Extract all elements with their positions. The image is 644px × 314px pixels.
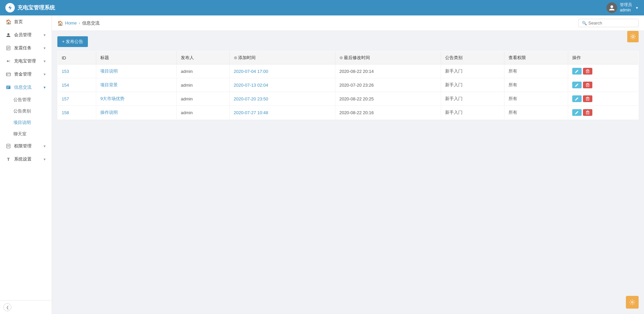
cell-modify-time: 2020-08-22 20:25 [335, 92, 441, 106]
edit-button[interactable] [572, 95, 582, 102]
svg-rect-23 [586, 70, 589, 73]
charger-icon [5, 58, 11, 64]
sidebar-item-task[interactable]: 发震任务 ▼ [0, 42, 52, 55]
edit-button[interactable] [572, 109, 582, 116]
sub-header: 🏠 Home › 信息交流 🔍 [52, 15, 644, 31]
sidebar-item-permission[interactable]: 权限管理 ▼ [0, 140, 52, 153]
info-icon [5, 84, 11, 90]
cell-modify-time: 2020-07-20 23:26 [335, 78, 441, 92]
sidebar-sub-label-chat: 聊天室 [13, 131, 26, 136]
delete-button[interactable] [583, 95, 592, 102]
data-table: ID 标题 发布人 ⊙ 添加时间 ⊙ 最后修改时间 [57, 51, 639, 120]
breadcrumb-home-link[interactable]: Home [65, 20, 77, 26]
svg-point-1 [610, 5, 613, 8]
delete-button[interactable] [583, 82, 592, 88]
sidebar-sub-notice-mgmt[interactable]: 公告管理 [0, 94, 52, 105]
table-row: 153 项目说明 admin 2020-07-04 17:00 2020-08-… [58, 64, 639, 78]
cell-publisher: admin [176, 92, 229, 106]
table-row: 157 9大市场优势 admin 2020-07-20 23:50 2020-0… [58, 92, 639, 106]
sidebar-item-charger[interactable]: 充电宝管理 ▼ [0, 55, 52, 68]
sidebar: 🏠 首页 会员管理 ▼ 发震任务 ▼ 充电宝管理 ▼ [0, 15, 52, 314]
search-input[interactable] [588, 20, 635, 26]
sidebar-label-finance: 资金管理 [14, 71, 32, 77]
sidebar-label-member: 会员管理 [14, 32, 32, 38]
settings-fab[interactable] [626, 296, 639, 309]
col-header-action: 操作 [568, 51, 639, 64]
svg-rect-43 [586, 98, 589, 100]
search-icon: 🔍 [582, 21, 587, 26]
cell-add-time: 2020-07-13 02:04 [229, 78, 335, 92]
home-icon: 🏠 [5, 19, 11, 25]
app-title: 充电宝管理系统 [17, 4, 55, 11]
svg-rect-53 [586, 111, 589, 114]
sidebar-label-home: 首页 [14, 19, 23, 25]
cell-id: 153 [58, 64, 96, 78]
user-dropdown-arrow[interactable]: ▼ [635, 6, 639, 10]
cell-id: 158 [58, 106, 96, 120]
info-arrow: ▼ [43, 86, 46, 89]
charger-arrow: ▼ [43, 59, 46, 63]
table-row: 154 项目背景 admin 2020-07-13 02:04 2020-07-… [58, 78, 639, 92]
finance-icon [5, 71, 11, 77]
sidebar-sub-label-project-desc: 项目说明 [13, 120, 31, 125]
svg-rect-15 [7, 88, 8, 88]
cell-publisher: admin [176, 106, 229, 120]
svg-rect-13 [7, 86, 10, 87]
col-header-id: ID [58, 51, 96, 64]
svg-point-19 [632, 36, 634, 38]
sidebar-sub-notice-type[interactable]: 公告类别 [0, 105, 52, 117]
table-row: 158 操作说明 admin 2020-07-27 10:48 2020-08-… [58, 106, 639, 120]
syssettings-icon: T [5, 156, 11, 162]
cell-title[interactable]: 操作说明 [96, 106, 177, 120]
delete-button[interactable] [583, 109, 592, 116]
svg-point-60 [632, 302, 633, 303]
cell-action [568, 106, 639, 120]
cell-add-time: 2020-07-20 23:50 [229, 92, 335, 106]
cell-id: 157 [58, 92, 96, 106]
delete-button[interactable] [583, 68, 592, 75]
sidebar-sub-label-notice-type: 公告类别 [13, 108, 31, 114]
member-icon [5, 32, 11, 38]
cell-title[interactable]: 项目说明 [96, 64, 177, 78]
cell-permission: 所有 [504, 64, 568, 78]
sidebar-collapse-button[interactable]: ❮ [3, 303, 11, 311]
cell-permission: 所有 [504, 106, 568, 120]
syssettings-arrow: ▼ [43, 158, 46, 161]
cell-add-time: 2020-07-27 10:48 [229, 106, 335, 120]
svg-marker-0 [8, 5, 12, 10]
sidebar-item-member[interactable]: 会员管理 ▼ [0, 29, 52, 42]
user-info: 管理员 admin [620, 2, 632, 13]
cell-category: 新手入门 [441, 78, 504, 92]
sidebar-item-finance[interactable]: 资金管理 ▼ [0, 68, 52, 81]
avatar [606, 2, 617, 13]
cell-permission: 所有 [504, 92, 568, 106]
page-content: + 发布公告 ID 标题 发布人 ⊙ 添加时间 [52, 31, 644, 314]
sidebar-item-home[interactable]: 🏠 首页 [0, 15, 52, 29]
svg-rect-33 [586, 84, 589, 87]
top-settings-button[interactable] [627, 31, 639, 42]
top-header: 充电宝管理系统 管理员 admin ▼ [0, 0, 644, 15]
sidebar-sub-chat[interactable]: 聊天室 [0, 128, 52, 140]
search-box[interactable]: 🔍 [578, 19, 639, 27]
col-header-modify-time: ⊙ 最后修改时间 [335, 51, 441, 64]
permission-arrow: ▼ [43, 144, 46, 148]
cell-publisher: admin [176, 64, 229, 78]
cell-modify-time: 2020-08-22 20:14 [335, 64, 441, 78]
cell-publisher: admin [176, 78, 229, 92]
sidebar-item-syssettings[interactable]: T 系统设置 ▼ [0, 153, 52, 166]
publish-button[interactable]: + 发布公告 [57, 36, 88, 47]
cell-title[interactable]: 9大市场优势 [96, 92, 177, 106]
edit-button[interactable] [572, 68, 582, 75]
sidebar-item-info[interactable]: 信息交流 ▼ [0, 81, 52, 94]
app-brand: 充电宝管理系统 [5, 3, 55, 12]
cell-action [568, 78, 639, 92]
edit-button[interactable] [572, 82, 582, 88]
main-layout: 🏠 首页 会员管理 ▼ 发震任务 ▼ 充电宝管理 ▼ [0, 15, 644, 314]
cell-title[interactable]: 项目背景 [96, 78, 177, 92]
cell-add-time: 2020-07-04 17:00 [229, 64, 335, 78]
svg-point-2 [7, 33, 9, 35]
member-arrow: ▼ [43, 33, 46, 37]
cell-action [568, 64, 639, 78]
sidebar-sub-project-desc[interactable]: 项目说明 [0, 117, 52, 128]
sidebar-label-info: 信息交流 [14, 84, 32, 90]
